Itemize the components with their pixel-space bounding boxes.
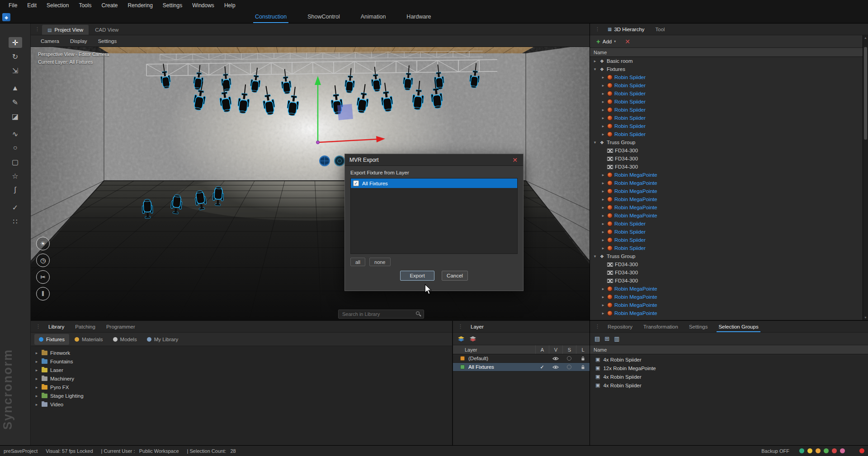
hierarchy-row[interactable]: ▸ Robin Spiider <box>590 130 863 138</box>
hierarchy-row[interactable]: FD34-300 <box>590 260 863 268</box>
library-folder-row[interactable]: ▸ Fountains <box>31 357 452 366</box>
expander-icon[interactable]: ▸ <box>34 394 39 398</box>
hierarchy-row[interactable]: FD34-300 <box>590 268 863 277</box>
expander-icon[interactable]: ▸ <box>601 205 605 210</box>
status-indicator[interactable] <box>824 448 829 453</box>
status-indicator[interactable] <box>799 448 804 453</box>
expander-icon[interactable]: ▸ <box>34 359 39 364</box>
expander-icon[interactable]: ▸ <box>601 132 605 136</box>
paint-tool[interactable]: ✎ <box>9 97 22 108</box>
viewport-menu-item[interactable]: Settings <box>93 38 123 44</box>
tab-models[interactable]: Models <box>108 334 142 345</box>
viewport-menu-item[interactable]: Camera <box>35 38 65 44</box>
scroll-down-icon[interactable]: ▼ <box>863 316 868 319</box>
menu-item[interactable]: Help <box>219 2 241 9</box>
expander-icon[interactable]: ▸ <box>34 376 39 381</box>
terrain-tool[interactable]: ▲ <box>9 83 22 94</box>
layer-lock-cell[interactable] <box>576 354 590 362</box>
hierarchy-row[interactable]: ▸ Robin Spiider <box>590 114 863 122</box>
expander-icon[interactable]: ▸ <box>601 189 605 193</box>
viewport-tab[interactable]: CAD View <box>90 25 124 35</box>
menu-item[interactable]: Settings <box>158 2 187 9</box>
checkbox-icon[interactable]: ✓ <box>353 180 359 186</box>
hierarchy-row[interactable]: ▸ Robin Spiider <box>590 228 863 236</box>
scroll-up-icon[interactable]: ▲ <box>863 36 868 39</box>
expander-icon[interactable]: ▸ <box>34 351 39 355</box>
more-tools[interactable]: ∷ <box>9 216 22 227</box>
hierarchy-row[interactable]: ▸ Robin MegaPointe <box>590 179 863 187</box>
menu-item[interactable]: Selection <box>42 2 74 9</box>
hierarchy-row[interactable]: FD34-300 <box>590 277 863 285</box>
menu-item[interactable]: Windows <box>187 2 219 9</box>
selection-group-row[interactable]: ▣ 4x Robin Spiider <box>590 372 868 381</box>
expander-icon[interactable]: ▸ <box>601 99 605 104</box>
circle-tool[interactable]: ○ <box>9 142 22 153</box>
cut-icon[interactable]: ✂ <box>36 270 50 284</box>
hierarchy-row[interactable]: ▸ Robin MegaPointe <box>590 171 863 179</box>
tab-my-library[interactable]: My Library <box>142 334 183 345</box>
status-indicator[interactable] <box>807 448 812 453</box>
layer-visibility-cell[interactable] <box>549 363 562 371</box>
hierarchy-row[interactable]: ▾ ❖ Truss Group <box>590 138 863 146</box>
expander-icon[interactable]: ▸ <box>601 311 605 315</box>
library-folder-row[interactable]: ▸ Machinery <box>31 374 452 383</box>
hierarchy-panel-tab[interactable]: ▦ 3D Hierarchy <box>603 24 649 35</box>
workspace-tab[interactable]: Construction <box>251 11 290 23</box>
expander-icon[interactable]: ▸ <box>34 368 39 372</box>
expander-icon[interactable]: ▸ <box>34 402 39 407</box>
close-icon[interactable]: ✕ <box>511 156 519 164</box>
drag-handle-icon[interactable]: ⋮ <box>594 324 601 329</box>
hierarchy-row[interactable]: ▸ Robin Spiider <box>590 122 863 130</box>
expander-icon[interactable]: ▸ <box>601 287 605 291</box>
expander-icon[interactable]: ▸ <box>34 385 39 390</box>
hierarchy-row[interactable]: ▸ Robin Spiider <box>590 244 863 252</box>
library-folder-row[interactable]: ▸ Firework <box>31 348 452 357</box>
tab-materials[interactable]: Materials <box>70 334 108 345</box>
status-indicator[interactable] <box>816 448 821 453</box>
compass-icon[interactable]: ◷ <box>36 254 50 267</box>
groups-panel-tab[interactable]: Settings <box>684 321 712 332</box>
rotate-tool[interactable]: ↻ <box>9 51 22 62</box>
status-indicator[interactable] <box>840 448 845 453</box>
layer-visibility-cell[interactable] <box>549 354 562 362</box>
layer-solo-cell[interactable] <box>562 354 576 362</box>
library-folder-row[interactable]: ▸ Stage Lighting <box>31 391 452 400</box>
layer-row[interactable]: All Fixtures ✓ <box>453 363 590 371</box>
hierarchy-scrollbar[interactable]: ▲ ▼ <box>863 35 868 320</box>
expander-icon[interactable]: ▾ <box>593 254 597 259</box>
drag-handle-icon[interactable]: ⋮ <box>34 324 42 329</box>
expander-icon[interactable]: ▸ <box>601 108 605 112</box>
layers-add-icon[interactable] <box>469 336 476 342</box>
hierarchy-row[interactable]: ▸ Robin MegaPointe <box>590 203 863 212</box>
search-input[interactable] <box>338 310 424 319</box>
spline-tool[interactable]: ∫ <box>9 184 22 195</box>
select-all-button[interactable]: all <box>350 258 365 266</box>
hierarchy-row[interactable]: ▸ Robin MegaPointe <box>590 195 863 203</box>
expander-icon[interactable]: ▾ <box>593 140 597 145</box>
dialog-title-bar[interactable]: MVR Export ✕ <box>345 154 523 166</box>
selection-group-row[interactable]: ▣ 4x Robin Spiider <box>590 381 868 390</box>
workspace-tab[interactable]: Animation <box>357 11 390 23</box>
app-icon[interactable]: ◆ <box>2 13 10 21</box>
expander-icon[interactable]: ▸ <box>601 295 605 299</box>
tab-fixtures[interactable]: Fixtures <box>34 334 69 345</box>
menu-item[interactable]: Tools <box>74 2 96 9</box>
expander-icon[interactable]: ▾ <box>593 67 597 71</box>
star-tool[interactable]: ☆ <box>9 170 22 181</box>
hierarchy-row[interactable]: ▸ Robin MegaPointe <box>590 212 863 220</box>
expander-icon[interactable]: ▸ <box>601 91 605 96</box>
hierarchy-row[interactable]: ▸ Robin Spiider <box>590 220 863 228</box>
hierarchy-row[interactable]: ▸ Robin Spiider <box>590 89 863 98</box>
add-button[interactable]: + Add ▾ <box>594 37 618 46</box>
menu-item[interactable]: Create <box>96 2 123 9</box>
library-folder-row[interactable]: ▸ Laser <box>31 366 452 374</box>
hierarchy-row[interactable]: ▸ Robin Spiider <box>590 236 863 244</box>
layer-color-swatch[interactable] <box>460 365 465 369</box>
export-button[interactable]: Export <box>400 271 434 281</box>
check-tool[interactable]: ✓ <box>9 202 22 213</box>
hierarchy-row[interactable]: ▸ Robin Spiider <box>590 106 863 114</box>
expander-icon[interactable]: ▸ <box>601 173 605 177</box>
expander-icon[interactable]: ▸ <box>601 116 605 120</box>
alert-indicator[interactable] <box>859 448 864 453</box>
hierarchy-panel-tab[interactable]: Tool <box>651 24 670 35</box>
